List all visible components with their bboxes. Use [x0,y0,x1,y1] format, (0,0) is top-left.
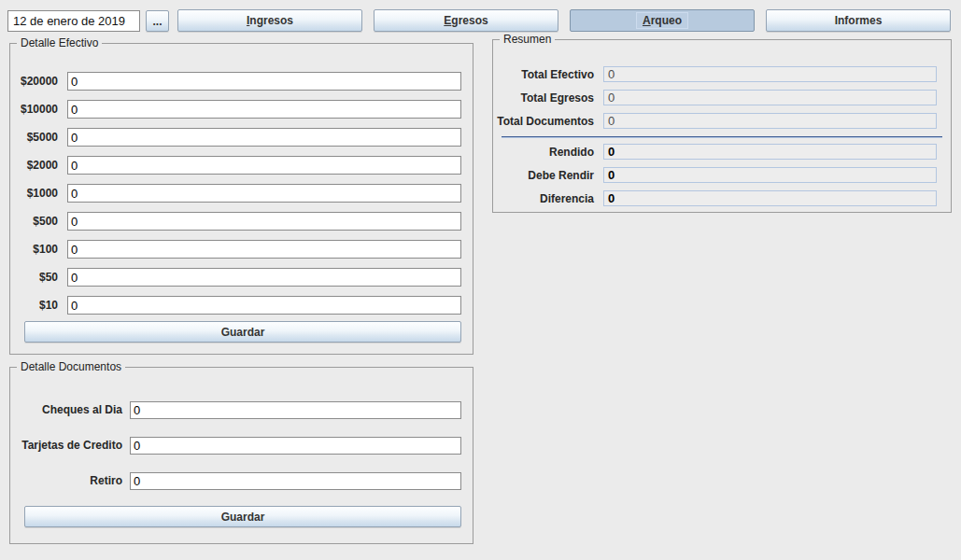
denomination-label: $10 [10,299,58,312]
resumen-row: Diferencia [493,187,951,210]
tarjetas-de-credito-input[interactable] [130,437,461,455]
denomination-input-20000[interactable] [67,72,461,91]
denomination-label: $5000 [10,131,58,144]
resumen-row: Rendido [493,140,951,163]
denomination-rows: $20000 $10000 $5000 $2000 $1000 $500 $10… [10,67,473,319]
resumen-row: Total Efectivo [493,63,951,86]
browse-date-button[interactable]: ... [146,10,169,32]
denomination-row: $500 [10,207,473,235]
denomination-row: $50 [10,263,473,291]
denomination-input-10000[interactable] [67,100,461,119]
total-efectivo-label: Total Efectivo [493,68,594,81]
nav-button-arqueo-label: Arqueo [636,12,688,29]
nav-button-arqueo[interactable]: Arqueo [570,9,755,32]
browse-date-label: ... [147,13,169,30]
denomination-label: $500 [10,215,58,228]
denomination-label: $1000 [10,187,58,200]
guardar-efectivo-label: Guardar [215,324,272,341]
denomination-label: $50 [10,271,58,284]
documentos-row: Cheques al Dia [10,392,473,427]
resumen-row: Total Documentos [493,109,951,133]
denomination-row: $10000 [10,95,473,123]
nav-button-ingresos-label: Ingresos [240,12,300,29]
nav-button-informes[interactable]: Informes [766,9,951,32]
denomination-row: $20000 [10,67,473,95]
date-field[interactable] [7,10,140,32]
guardar-efectivo-button[interactable]: Guardar [24,321,461,343]
denomination-input-50[interactable] [67,268,461,287]
resumen-separator [493,133,951,140]
resumen-rows: Total Efectivo Total Egresos Total Docum… [493,63,951,210]
nav-button-egresos[interactable]: Egresos [374,9,558,32]
total-efectivo-field [603,66,937,82]
debe-rendir-field [603,167,937,183]
documentos-row: Tarjetas de Credito [10,427,473,463]
denomination-row: $10 [10,291,473,319]
separator-line [502,136,942,137]
debe-rendir-label: Debe Rendir [493,169,594,182]
denomination-label: $10000 [10,103,58,116]
denomination-input-2000[interactable] [67,156,461,175]
detalle-documentos-panel: Detalle Documentos Cheques al Dia Tarjet… [9,367,473,544]
total-egresos-field [603,90,937,105]
denomination-input-1000[interactable] [67,184,461,203]
nav-button-ingresos[interactable]: Ingresos [177,9,362,32]
cheques-al-dia-label: Cheques al Dia [10,403,122,416]
denomination-input-100[interactable] [67,240,461,259]
denomination-row: $5000 [10,123,473,151]
total-egresos-label: Total Egresos [493,91,594,105]
rendido-field [603,144,937,160]
rendido-label: Rendido [493,146,594,159]
resumen-row: Total Egresos [493,86,951,109]
resumen-panel: Resumen Total Efectivo Total Egresos Tot… [492,39,952,213]
detalle-efectivo-title: Detalle Efectivo [17,36,102,49]
cheques-al-dia-input[interactable] [130,401,461,419]
denomination-label: $2000 [10,159,58,172]
denomination-input-10[interactable] [67,296,461,315]
guardar-documentos-label: Guardar [215,509,272,525]
diferencia-field [603,190,937,206]
resumen-row: Debe Rendir [493,163,951,187]
detalle-documentos-title: Detalle Documentos [17,360,125,373]
resumen-title: Resumen [500,33,555,46]
retiro-label: Retiro [10,474,122,487]
nav-button-informes-label: Informes [828,12,889,29]
denomination-row: $1000 [10,179,473,207]
denomination-label: $20000 [10,75,58,88]
detalle-efectivo-panel: Detalle Efectivo $20000 $10000 $5000 $20… [9,43,473,355]
denomination-input-5000[interactable] [67,128,461,147]
diferencia-label: Diferencia [493,192,594,205]
nav-button-egresos-label: Egresos [437,12,494,29]
documentos-rows: Cheques al Dia Tarjetas de Credito Retir… [10,392,473,498]
retiro-input[interactable] [130,472,461,490]
total-documentos-field [603,113,937,129]
documentos-row: Retiro [10,463,473,498]
guardar-documentos-button[interactable]: Guardar [24,506,461,527]
denomination-label: $100 [10,243,58,256]
total-documentos-label: Total Documentos [493,115,594,128]
denomination-row: $100 [10,235,473,263]
denomination-row: $2000 [10,151,473,179]
tarjetas-de-credito-label: Tarjetas de Credito [10,439,122,452]
denomination-input-500[interactable] [67,212,461,231]
